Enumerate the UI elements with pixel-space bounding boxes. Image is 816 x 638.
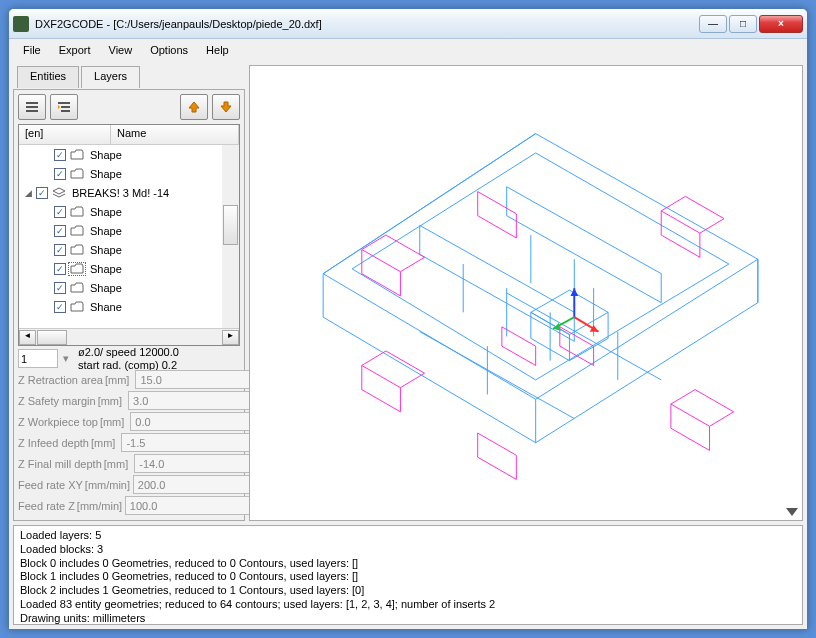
visibility-checkbox[interactable]: ✓ bbox=[54, 206, 66, 218]
window-title: DXF2GCODE - [C:/Users/jeanpauls/Desktop/… bbox=[35, 18, 699, 30]
maximize-button[interactable]: □ bbox=[729, 15, 757, 33]
svg-rect-1 bbox=[26, 106, 38, 108]
svg-rect-2 bbox=[26, 110, 38, 112]
visibility-checkbox[interactable]: ✓ bbox=[54, 225, 66, 237]
folder-icon bbox=[69, 225, 85, 237]
tool-desc-line1: ø2.0/ speed 12000.0 bbox=[78, 346, 179, 358]
menu-view[interactable]: View bbox=[101, 42, 141, 58]
tree-row[interactable]: ✓Shape bbox=[19, 202, 222, 221]
expand-all-button[interactable] bbox=[50, 94, 78, 120]
tree-row[interactable]: ✓Shape bbox=[19, 278, 222, 297]
menu-options[interactable]: Options bbox=[142, 42, 196, 58]
log-output[interactable]: Loaded layers: 5Loaded blocks: 3Block 0 … bbox=[13, 525, 803, 625]
param-label: Feed rate XY bbox=[18, 479, 83, 491]
folder-icon bbox=[69, 244, 85, 256]
layer-tree: [en] Name ✓Shape✓Shape◢✓BREAKS! 3 Md! -1… bbox=[18, 124, 240, 346]
param-row: Feed rate XY[mm/min] bbox=[18, 474, 240, 495]
param-input[interactable] bbox=[121, 433, 269, 452]
tree-row-label: Shape bbox=[88, 168, 122, 180]
tree-row[interactable]: ✓Shape bbox=[19, 259, 222, 278]
tree-row[interactable]: ✓Shape bbox=[19, 240, 222, 259]
visibility-checkbox[interactable]: ✓ bbox=[54, 301, 66, 313]
param-label: Feed rate Z bbox=[18, 500, 75, 512]
visibility-checkbox[interactable]: ✓ bbox=[36, 187, 48, 199]
menu-file[interactable]: File bbox=[15, 42, 49, 58]
param-label: Z Safety margin bbox=[18, 395, 96, 407]
layers-pane: [en] Name ✓Shape✓Shape◢✓BREAKS! 3 Md! -1… bbox=[13, 89, 245, 521]
log-line: Loaded layers: 5 bbox=[20, 529, 796, 543]
tree-header-name[interactable]: Name bbox=[111, 125, 239, 144]
param-unit: [mm/min] bbox=[85, 479, 131, 491]
param-row: Z Final mill depth[mm] bbox=[18, 453, 240, 474]
layer-icon bbox=[51, 187, 67, 199]
visibility-checkbox[interactable]: ✓ bbox=[54, 263, 66, 275]
collapse-all-button[interactable] bbox=[18, 94, 46, 120]
log-line: Block 0 includes 0 Geometries, reduced t… bbox=[20, 557, 796, 571]
tree-row[interactable]: ✓Shane bbox=[19, 297, 222, 316]
tree-row-label: Shape bbox=[88, 206, 122, 218]
log-line: Block 1 includes 0 Geometries, reduced t… bbox=[20, 570, 796, 584]
tree-row-label: Shape bbox=[88, 225, 122, 237]
app-window: DXF2GCODE - [C:/Users/jeanpauls/Desktop/… bbox=[8, 8, 808, 630]
tree-row[interactable]: ✓Shape bbox=[19, 145, 222, 164]
folder-icon bbox=[69, 301, 85, 313]
tab-entities[interactable]: Entities bbox=[17, 66, 79, 88]
visibility-checkbox[interactable]: ✓ bbox=[54, 149, 66, 161]
param-row: Feed rate Z[mm/min] bbox=[18, 495, 240, 516]
param-row: Z Workpiece top[mm] bbox=[18, 411, 240, 432]
close-button[interactable]: × bbox=[759, 15, 803, 33]
minimize-button[interactable]: — bbox=[699, 15, 727, 33]
viewport-dropdown-icon[interactable] bbox=[786, 508, 798, 516]
param-label: Z Workpiece top bbox=[18, 416, 98, 428]
params-panel: ▾ ø2.0/ speed 12000.0start rad. (comp) 0… bbox=[18, 348, 240, 516]
folder-icon bbox=[69, 149, 85, 161]
tree-row-label: Shape bbox=[88, 282, 122, 294]
tree-row[interactable]: ✓Shape bbox=[19, 164, 222, 183]
visibility-checkbox[interactable]: ✓ bbox=[54, 168, 66, 180]
tool-desc-line2: start rad. (comp) 0.2 bbox=[78, 359, 177, 371]
param-unit: [mm] bbox=[91, 437, 119, 449]
param-row: Z Infeed depth[mm] bbox=[18, 432, 240, 453]
param-unit: [mm/min] bbox=[77, 500, 123, 512]
viewport-3d[interactable] bbox=[249, 65, 803, 521]
svg-rect-5 bbox=[61, 110, 70, 112]
param-unit: [mm] bbox=[98, 395, 126, 407]
tree-row-label: Shane bbox=[88, 301, 122, 313]
param-unit: [mm] bbox=[105, 374, 133, 386]
visibility-checkbox[interactable]: ✓ bbox=[54, 244, 66, 256]
expand-arrow-icon[interactable]: ◢ bbox=[23, 188, 33, 198]
tree-vscroll[interactable] bbox=[222, 145, 239, 328]
svg-rect-4 bbox=[61, 106, 70, 108]
tool-number-spinner[interactable] bbox=[18, 349, 58, 368]
param-unit: [mm] bbox=[104, 458, 132, 470]
menubar: File Export View Options Help bbox=[9, 39, 807, 61]
tree-row[interactable]: ◢✓BREAKS! 3 Md! -14 bbox=[19, 183, 222, 202]
param-label: Z Retraction area bbox=[18, 374, 103, 386]
menu-help[interactable]: Help bbox=[198, 42, 237, 58]
folder-icon bbox=[69, 206, 85, 218]
left-panel: Entities Layers [en] Name ✓ bbox=[13, 65, 245, 521]
log-line: Block 2 includes 1 Geometries, reduced t… bbox=[20, 584, 796, 598]
folder-icon bbox=[69, 282, 85, 294]
panel-tabs: Entities Layers bbox=[13, 65, 245, 87]
log-line: Loaded 83 entity geometries; reduced to … bbox=[20, 598, 796, 612]
menu-export[interactable]: Export bbox=[51, 42, 99, 58]
tree-header-en[interactable]: [en] bbox=[19, 125, 111, 144]
tree-body[interactable]: ✓Shape✓Shape◢✓BREAKS! 3 Md! -14✓Shape✓Sh… bbox=[19, 145, 222, 328]
param-row: Z Safety margin[mm] bbox=[18, 390, 240, 411]
app-icon bbox=[13, 16, 29, 32]
folder-icon bbox=[69, 263, 85, 275]
tree-hscroll[interactable]: ◄► bbox=[19, 328, 239, 345]
move-down-button[interactable] bbox=[212, 94, 240, 120]
tree-row[interactable]: ✓Shape bbox=[19, 221, 222, 240]
param-label: Z Final mill depth bbox=[18, 458, 102, 470]
svg-rect-3 bbox=[58, 102, 70, 104]
content-area: Entities Layers [en] Name ✓ bbox=[9, 61, 807, 525]
param-label: Z Infeed depth bbox=[18, 437, 89, 449]
svg-rect-0 bbox=[26, 102, 38, 104]
log-line: Loaded blocks: 3 bbox=[20, 543, 796, 557]
move-up-button[interactable] bbox=[180, 94, 208, 120]
visibility-checkbox[interactable]: ✓ bbox=[54, 282, 66, 294]
titlebar[interactable]: DXF2GCODE - [C:/Users/jeanpauls/Desktop/… bbox=[9, 9, 807, 39]
tab-layers[interactable]: Layers bbox=[81, 66, 140, 88]
